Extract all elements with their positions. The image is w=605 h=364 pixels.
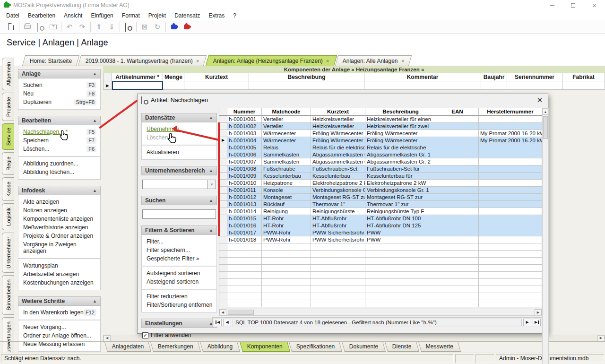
detail-tab-dokumente[interactable]: Dokumente bbox=[342, 342, 386, 352]
search-input[interactable] bbox=[142, 209, 216, 219]
panel-header[interactable]: Bearbeiten▲ bbox=[18, 116, 101, 125]
action-abbildung-löschen-[interactable]: Abbildung löschen... bbox=[18, 168, 100, 176]
action-absteigend-sortieren[interactable]: Absteigend sortieren bbox=[142, 277, 216, 286]
sidebar-tab-service[interactable]: Service bbox=[2, 123, 14, 150]
sidebar-tab-projekte[interactable]: Projekte bbox=[2, 93, 14, 121]
sidebar-tab-büroarbeiten[interactable]: Büroarbeiten bbox=[2, 275, 14, 315]
grid-row[interactable]: h-0001/017PWW-RohrPWW SicherheitsrohrPWW bbox=[219, 229, 542, 236]
column-header[interactable]: Herstellernummer bbox=[479, 108, 542, 116]
first-record-icon[interactable]: ◀ bbox=[214, 319, 222, 326]
action-abbildung-zuordnen-[interactable]: Abbildung zuordnen... bbox=[18, 159, 100, 168]
panel-header[interactable]: Anlage▲ bbox=[18, 69, 101, 78]
grid-row[interactable]: h-0001/014ReinigungReinigungsbürsteReini… bbox=[219, 208, 542, 215]
action-kostenbuchungen-anzeigen[interactable]: Kostenbuchungen anzeigen bbox=[18, 278, 100, 287]
tab-home-startseite[interactable]: Home: Startseite bbox=[22, 55, 80, 66]
menu-item-format[interactable]: Format bbox=[118, 11, 144, 20]
scrollbar-thumb[interactable] bbox=[228, 310, 254, 315]
grid-row[interactable]: h-0001/005RelaisRelais für die elektrisc… bbox=[219, 144, 542, 151]
panel-header[interactable]: Datensätze▲ bbox=[141, 113, 217, 122]
empty-cell[interactable] bbox=[481, 81, 507, 90]
scroll-right-icon[interactable]: ▶ bbox=[597, 335, 605, 341]
action-filter-speichern-[interactable]: Filter speichern... bbox=[142, 246, 216, 254]
action-komponentenliste-anzeigen[interactable]: Komponentenliste anzeigen bbox=[18, 215, 100, 223]
scroll-up-icon[interactable]: ▲ bbox=[543, 109, 548, 115]
column-header[interactable]: Beschreibung bbox=[249, 73, 364, 81]
tab-close-icon[interactable]: × bbox=[326, 58, 329, 64]
grid-row[interactable]: h-0001/011KonsoleVerbindungskonsole Gr. … bbox=[219, 187, 542, 194]
action-meßwerthistorie-anzeigen[interactable]: Meßwerthistorie anzeigen bbox=[18, 223, 100, 232]
toolbar-puzzle-blue-icon[interactable] bbox=[169, 22, 179, 32]
column-header[interactable]: EAN bbox=[436, 108, 479, 116]
menu-item-ansicht[interactable]: Ansicht bbox=[60, 11, 86, 20]
toolbar-puzzle-red-icon[interactable] bbox=[182, 22, 191, 32]
tab-anlagen-alle-anlagen[interactable]: Anlagen: Alle Anlagen× bbox=[335, 55, 412, 66]
next-record-icon[interactable]: ▶ bbox=[523, 319, 531, 326]
panel-header[interactable]: Infodesk▲ bbox=[18, 186, 101, 195]
empty-cell[interactable] bbox=[163, 81, 184, 90]
detail-tab-spezifikationen[interactable]: Spezifikationen bbox=[289, 342, 342, 352]
grid-row[interactable]: h-0001/016HT-RohrHT-AbflußrohrHT-Abflußr… bbox=[219, 222, 542, 229]
dialog-vertical-scrollbar[interactable]: ▲ ▼ bbox=[542, 108, 549, 364]
action-wartungsplan[interactable]: Wartungsplan bbox=[18, 261, 100, 270]
action-gespeicherte-filter-»[interactable]: Gespeicherte Filter » bbox=[142, 254, 216, 263]
toolbar-email-icon[interactable] bbox=[48, 22, 58, 32]
action-suchen[interactable]: SuchenF3 bbox=[18, 81, 100, 89]
detail-tab-messwerte[interactable]: Messwerte bbox=[418, 342, 461, 352]
minimize-button[interactable] bbox=[541, 0, 562, 10]
grid-row[interactable]: h-0001/001VerteilerHeizkreisverteilerHei… bbox=[219, 116, 542, 123]
sidebar-tab-logistik[interactable]: Logistik bbox=[2, 203, 14, 230]
column-header[interactable]: Kommentar bbox=[364, 73, 481, 81]
action-aktualisieren[interactable]: Aktualisieren bbox=[142, 148, 216, 156]
dialog-horizontal-scrollbar[interactable]: ◀ ▶ bbox=[219, 309, 542, 316]
action-ordner-zur-anlage-öffnen-[interactable]: Ordner zur Anlage öffnen... bbox=[18, 331, 100, 340]
sidebar-tab-allgemein[interactable]: Allgemein bbox=[2, 58, 14, 90]
artikelnummer-cell[interactable] bbox=[112, 81, 163, 90]
toolbar-redo-icon[interactable]: ↷ bbox=[78, 22, 87, 32]
tab-anlagen-anlage-heizungsanlage-franzen-[interactable]: Anlagen: Anlage (Heizungsanlage Franzen)… bbox=[206, 55, 337, 66]
action-filter-reduzieren[interactable]: Filter reduzieren bbox=[142, 292, 216, 301]
scroll-left-icon[interactable]: ◀ bbox=[219, 309, 226, 315]
action-akte-anzeigen[interactable]: Akte anzeigen bbox=[18, 198, 100, 206]
column-header[interactable]: Seriennummer bbox=[507, 73, 562, 81]
column-header[interactable]: Kurztext bbox=[184, 73, 249, 81]
panel-header[interactable]: Filtern & Sortieren▲ bbox=[141, 225, 217, 235]
filter-anwenden-checkbox[interactable]: ✓Filter anwenden bbox=[142, 332, 216, 338]
column-header[interactable]: Menge bbox=[163, 73, 184, 81]
toolbar-report-preview-icon[interactable] bbox=[123, 22, 133, 32]
action-notizen-anzeigen[interactable]: Notizen anzeigen bbox=[18, 206, 100, 215]
grid-row[interactable]: h-0001/010HeizpatroneElektroheizpatrone … bbox=[219, 180, 542, 187]
panel-header[interactable]: Einstellungen▲ bbox=[141, 319, 217, 328]
empty-cell[interactable] bbox=[249, 81, 364, 90]
menu-item-projekt[interactable]: Projekt bbox=[144, 11, 170, 20]
column-header[interactable]: Fabrikat bbox=[562, 73, 605, 81]
grid-row[interactable]: h-0001/015HT-RohrHT-AbflußrohrHT-Abflußr… bbox=[219, 215, 542, 222]
scroll-left-icon[interactable]: ◀ bbox=[104, 335, 111, 341]
dialog-close-button[interactable]: ✕ bbox=[536, 96, 544, 104]
action-neu[interactable]: NeuF8 bbox=[18, 89, 100, 98]
toolbar-refresh-icon[interactable]: ↻ bbox=[153, 22, 162, 32]
combobox-input[interactable] bbox=[142, 180, 208, 189]
sidebar-tab-regie[interactable]: Regie bbox=[2, 152, 14, 175]
menu-item-extras[interactable]: Extras bbox=[204, 11, 229, 20]
menu-item-bearbeiten[interactable]: Bearbeiten bbox=[24, 11, 60, 20]
panel-header[interactable]: Unternehmensbereich▲ bbox=[141, 166, 217, 175]
grid-row[interactable]: h-0001/003WärmecenterFröling Wärmecenter… bbox=[219, 130, 542, 137]
grid-row[interactable]: h-0001/007SammelkastenAbgassammelkasten … bbox=[219, 158, 542, 165]
toolbar-move-up-icon[interactable]: ⇑ bbox=[94, 22, 104, 32]
sidebar-tab-unternehmer[interactable]: Unternehmer bbox=[2, 233, 14, 273]
column-header[interactable]: Matchcode bbox=[262, 108, 311, 116]
column-header[interactable]: Artikelnummer * bbox=[112, 73, 163, 81]
grid-row[interactable]: h-0001/018PWW-RohrPWW SicherheitsrohrPWW bbox=[219, 236, 542, 243]
last-record-icon[interactable]: ▶ bbox=[533, 319, 541, 326]
detail-tab-komponenten[interactable]: Komponenten bbox=[240, 342, 290, 352]
scroll-right-icon[interactable]: ▶ bbox=[535, 309, 542, 315]
toolbar-print-preview-icon[interactable] bbox=[35, 22, 45, 32]
empty-cell[interactable] bbox=[184, 81, 249, 90]
grid-row[interactable]: h-0001/009KesselunterbauKesselunterbauKe… bbox=[219, 173, 542, 180]
close-button[interactable]: × bbox=[584, 0, 605, 10]
grid-row[interactable]: ▶h-0001/004WärmecenterFröling Wärmecente… bbox=[219, 137, 542, 144]
previous-record-icon[interactable]: ◀ bbox=[223, 319, 231, 326]
maximize-button[interactable] bbox=[562, 0, 584, 10]
column-header[interactable]: Beschreibung bbox=[365, 108, 436, 116]
action-vorgänge-in-zweigen-anzeigen[interactable]: Vorgänge in Zweigen anzeigen bbox=[18, 240, 100, 255]
